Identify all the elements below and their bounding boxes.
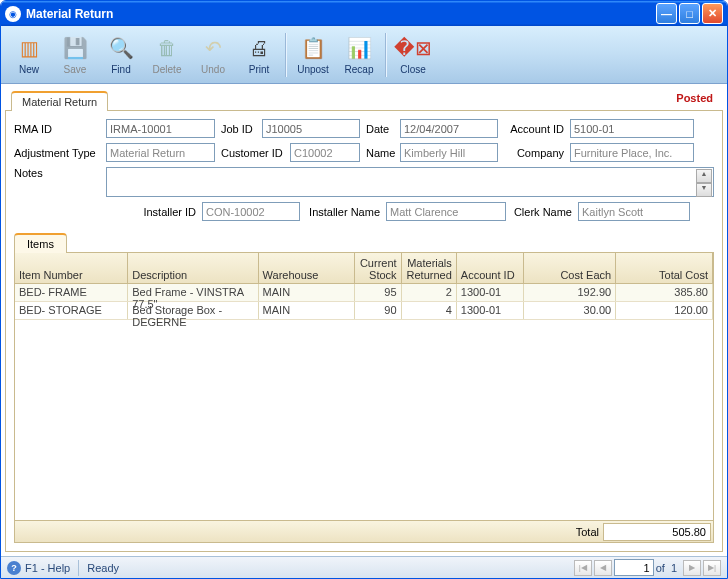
undo-button[interactable]: ↶ Undo: [191, 29, 235, 81]
recap-icon: 📊: [345, 34, 373, 62]
scroll-up-button[interactable]: ▲: [696, 169, 712, 183]
cell-description: Bed Frame - VINSTRA 77.5": [128, 284, 258, 301]
statusbar-separator: [78, 560, 79, 576]
company-input[interactable]: [570, 143, 694, 162]
rma-id-input[interactable]: [106, 119, 215, 138]
grid-body: BED- FRAMEBed Frame - VINSTRA 77.5"MAIN9…: [15, 284, 713, 520]
total-label: Total: [15, 526, 603, 538]
app-icon: ◉: [5, 6, 21, 22]
close-icon: �⊠: [399, 34, 427, 62]
installer-id-input[interactable]: [202, 202, 300, 221]
scroll-down-button[interactable]: ▼: [696, 183, 712, 197]
pager-page-input[interactable]: [614, 559, 654, 576]
save-button[interactable]: 💾 Save: [53, 29, 97, 81]
toolbar-separator: [285, 33, 287, 77]
installer-id-label: Installer ID: [140, 206, 196, 218]
col-description[interactable]: Description: [128, 253, 258, 283]
cell-item-number: BED- STORAGE: [15, 302, 128, 319]
print-button[interactable]: 🖨 Print: [237, 29, 281, 81]
cell-warehouse: MAIN: [259, 284, 356, 301]
toolbar-separator: [385, 33, 387, 77]
form-row: Installer ID Installer Name Clerk Name: [14, 202, 714, 221]
cell-total-cost: 385.80: [616, 284, 713, 301]
cell-warehouse: MAIN: [259, 302, 356, 319]
company-label: Company: [504, 147, 564, 159]
items-grid: Item Number Description Warehouse Curren…: [14, 252, 714, 543]
date-label: Date: [366, 123, 394, 135]
main-tabstrip: Material Return Posted: [5, 88, 723, 110]
cell-total-cost: 120.00: [616, 302, 713, 319]
name-input[interactable]: [400, 143, 498, 162]
statusbar: ? F1 - Help Ready |◀ ◀ of 1 ▶ ▶|: [1, 556, 727, 578]
form-row: Adjustment Type Customer ID Name Company: [14, 143, 714, 162]
pager-first-button[interactable]: |◀: [574, 560, 592, 576]
window-title: Material Return: [26, 7, 656, 21]
new-icon: ▥: [15, 34, 43, 62]
cell-cost-each: 192.90: [524, 284, 616, 301]
new-button[interactable]: ▥ New: [7, 29, 51, 81]
customer-id-input[interactable]: [290, 143, 360, 162]
pager-prev-button[interactable]: ◀: [594, 560, 612, 576]
col-warehouse[interactable]: Warehouse: [259, 253, 356, 283]
status-ready: Ready: [87, 562, 119, 574]
client-area: Material Return Posted RMA ID Job ID Dat…: [1, 84, 727, 556]
pager-of: of: [656, 562, 665, 574]
name-label: Name: [366, 147, 394, 159]
table-row[interactable]: BED- FRAMEBed Frame - VINSTRA 77.5"MAIN9…: [15, 284, 713, 302]
pager-next-button[interactable]: ▶: [683, 560, 701, 576]
delete-icon: 🗑: [153, 34, 181, 62]
table-row[interactable]: BED- STORAGEBed Storage Box - DEGERNEMAI…: [15, 302, 713, 320]
cell-account-id: 1300-01: [457, 284, 524, 301]
help-hint[interactable]: ? F1 - Help: [7, 561, 70, 575]
col-account-id[interactable]: Account ID: [457, 253, 524, 283]
undo-icon: ↶: [199, 34, 227, 62]
account-id-input[interactable]: [570, 119, 694, 138]
col-cost-each[interactable]: Cost Each: [524, 253, 616, 283]
date-input[interactable]: [400, 119, 498, 138]
recap-button[interactable]: 📊 Recap: [337, 29, 381, 81]
unpost-button[interactable]: 📋 Unpost: [291, 29, 335, 81]
adj-type-input[interactable]: [106, 143, 215, 162]
find-button[interactable]: 🔍 Find: [99, 29, 143, 81]
titlebar[interactable]: ◉ Material Return — □ ✕: [1, 1, 727, 26]
tab-material-return[interactable]: Material Return: [11, 91, 108, 111]
notes-label: Notes: [14, 167, 100, 179]
minimize-button[interactable]: —: [656, 3, 677, 24]
job-id-input[interactable]: [262, 119, 360, 138]
toolbar: ▥ New 💾 Save 🔍 Find 🗑 Delete ↶ Undo 🖨 Pr…: [1, 26, 727, 84]
grid-header: Item Number Description Warehouse Curren…: [15, 253, 713, 284]
cell-cost-each: 30.00: [524, 302, 616, 319]
cell-materials-returned: 2: [402, 284, 457, 301]
col-current-stock[interactable]: Current Stock: [355, 253, 401, 283]
close-button[interactable]: �⊠ Close: [391, 29, 435, 81]
pager-last-button[interactable]: ▶|: [703, 560, 721, 576]
close-window-button[interactable]: ✕: [702, 3, 723, 24]
maximize-button[interactable]: □: [679, 3, 700, 24]
cell-item-number: BED- FRAME: [15, 284, 128, 301]
installer-name-label: Installer Name: [306, 206, 380, 218]
pager: |◀ ◀ of 1 ▶ ▶|: [574, 559, 721, 576]
col-item-number[interactable]: Item Number: [15, 253, 128, 283]
tab-items[interactable]: Items: [14, 233, 67, 253]
delete-button[interactable]: 🗑 Delete: [145, 29, 189, 81]
job-id-label: Job ID: [221, 123, 256, 135]
installer-name-input[interactable]: [386, 202, 506, 221]
post-status: Posted: [676, 92, 713, 104]
cell-current-stock: 90: [355, 302, 401, 319]
help-icon: ?: [7, 561, 21, 575]
notes-input[interactable]: ▲ ▼: [106, 167, 714, 197]
col-total-cost[interactable]: Total Cost: [616, 253, 713, 283]
unpost-icon: 📋: [299, 34, 327, 62]
pager-total-pages: 1: [667, 562, 681, 574]
clerk-name-input[interactable]: [578, 202, 690, 221]
cell-account-id: 1300-01: [457, 302, 524, 319]
find-icon: 🔍: [107, 34, 135, 62]
form-row: RMA ID Job ID Date Account ID: [14, 119, 714, 138]
form-row: Notes ▲ ▼: [14, 167, 714, 197]
print-icon: 🖨: [245, 34, 273, 62]
clerk-name-label: Clerk Name: [512, 206, 572, 218]
rma-id-label: RMA ID: [14, 123, 100, 135]
col-materials-returned[interactable]: Materials Returned: [402, 253, 457, 283]
app-window: ◉ Material Return — □ ✕ ▥ New 💾 Save 🔍 F…: [0, 0, 728, 579]
customer-id-label: Customer ID: [221, 147, 284, 159]
